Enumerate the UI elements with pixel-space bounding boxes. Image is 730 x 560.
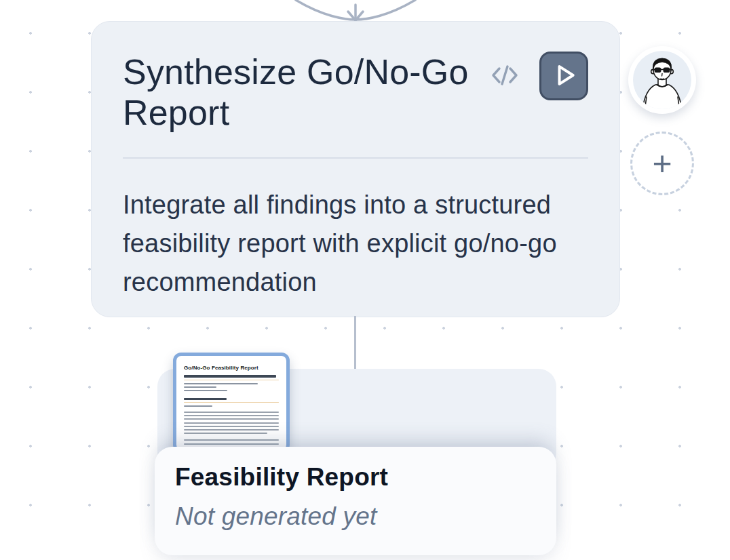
node-title: Synthesize Go/No-Go Report xyxy=(123,52,491,133)
artifact-card[interactable]: Feasibility Report Not generated yet xyxy=(155,447,556,555)
workflow-node-card[interactable]: Synthesize Go/No-Go Report Integrate all… xyxy=(91,21,620,317)
preview-section-heading-line xyxy=(184,398,227,401)
code-icon[interactable] xyxy=(491,64,519,89)
node-output-connector xyxy=(354,316,356,370)
agent-avatar[interactable] xyxy=(628,46,696,114)
preview-rule xyxy=(184,380,279,380)
plus-icon: + xyxy=(652,146,672,180)
node-divider xyxy=(123,157,588,159)
artifact-status: Not generated yet xyxy=(175,502,536,531)
play-icon xyxy=(544,56,583,97)
incoming-connector-arrow xyxy=(288,0,423,23)
add-node-button[interactable]: + xyxy=(630,132,694,195)
node-header: Synthesize Go/No-Go Report xyxy=(123,52,588,133)
run-node-button[interactable] xyxy=(539,52,588,100)
artifact-title: Feasibility Report xyxy=(175,463,536,492)
preview-subtitle-line xyxy=(184,375,276,378)
report-preview-heading: Go/No-Go Feasibility Report xyxy=(184,365,279,371)
preview-rule xyxy=(184,402,279,403)
report-preview-thumbnail[interactable]: Go/No-Go Feasibility Report xyxy=(173,353,290,453)
avatar-illustration xyxy=(633,51,691,109)
node-description: Integrate all findings into a structured… xyxy=(123,186,567,302)
